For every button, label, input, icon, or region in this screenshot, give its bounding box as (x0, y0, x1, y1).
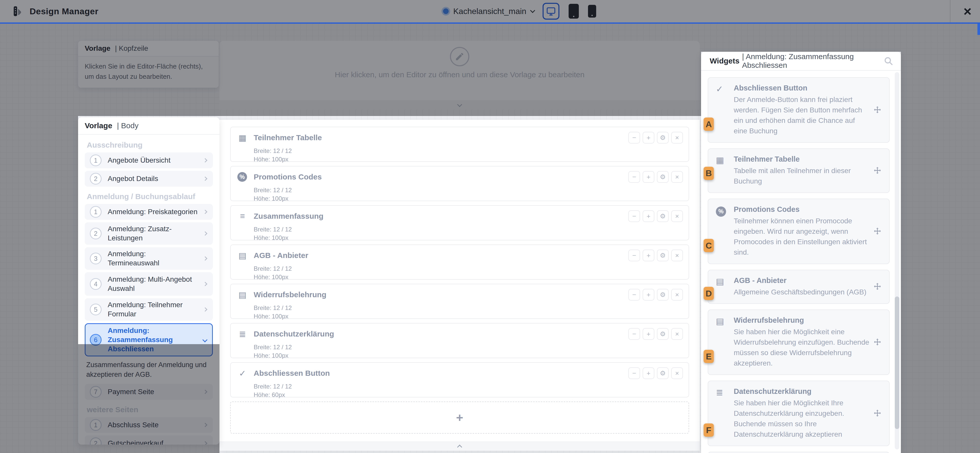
chevron-right-icon (203, 210, 207, 214)
grow-button[interactable]: + (643, 210, 654, 222)
grow-button[interactable]: + (643, 367, 654, 379)
layout-block-widerrufsbelehrung[interactable]: ▤ Widerrufsbelehrung − + ⚙ × Breite: 12 … (230, 284, 689, 319)
settings-gear-button[interactable]: ⚙ (657, 289, 669, 301)
step-label: Angebote Übersicht (108, 156, 197, 165)
sidebar-item-angebote-uebersicht[interactable]: 1 Angebote Übersicht (85, 152, 213, 168)
layout-block-abschliessen-button[interactable]: ✓ Abschliessen Button − + ⚙ × Breite: 12… (230, 362, 689, 398)
settings-gear-button[interactable]: ⚙ (657, 250, 669, 261)
settings-gear-button[interactable]: ⚙ (657, 367, 669, 379)
sidebar-item-payment-seite[interactable]: 7 Payment Seite (85, 384, 213, 400)
step-number: 4 (90, 278, 102, 290)
layout-block-datenschutzerklaerung[interactable]: ≣ Datenschutzerklärung − + ⚙ × Breite: 1… (230, 323, 689, 358)
drag-move-handle[interactable] (869, 387, 886, 439)
shrink-button[interactable]: − (628, 132, 640, 144)
widget-card-zusammenfassung[interactable]: G ≡ Zusammenfassung Zusammenfassung sämt… (708, 452, 890, 453)
sidebar-item-zusammenfassung-abschliessen-selected[interactable]: 6 Anmeldung: Zusammenfassung Abschliesse… (85, 323, 213, 356)
page-scrollbar-thumb[interactable] (977, 24, 980, 35)
remove-button[interactable]: × (671, 367, 683, 379)
layout-block-title: Datenschutzerklärung (254, 329, 622, 338)
chevron-right-icon (203, 423, 207, 427)
remove-button[interactable]: × (671, 132, 683, 144)
widgets-scrollbar-thumb[interactable] (895, 296, 899, 429)
grow-button[interactable]: + (643, 132, 654, 144)
chevron-right-icon (203, 231, 207, 236)
drag-move-handle[interactable] (869, 84, 886, 136)
step-label: Anmeldung: Multi-Angebot Auswahl (108, 275, 197, 293)
remove-button[interactable]: × (671, 210, 683, 222)
view-selector-dropdown[interactable]: Kachelansicht_main (443, 0, 535, 22)
shrink-button[interactable]: − (628, 289, 640, 301)
search-icon[interactable] (883, 56, 893, 66)
shrink-button[interactable]: − (628, 250, 640, 261)
server-icon: ≣ (716, 387, 734, 439)
topbar-divider (950, 0, 950, 22)
sidebar-item-multi-angebot[interactable]: 4 Anmeldung: Multi-Angebot Auswahl (85, 272, 213, 296)
device-tablet-button[interactable] (569, 4, 579, 19)
layout-block-title: Widerrufsbelehrung (254, 290, 622, 299)
settings-gear-button[interactable]: ⚙ (657, 171, 669, 183)
grow-button[interactable]: + (643, 250, 654, 261)
step-label: Anmeldung: Teilnehmer Formular (108, 300, 197, 318)
settings-gear-button[interactable]: ⚙ (657, 210, 669, 222)
remove-button[interactable]: × (671, 171, 683, 183)
remove-button[interactable]: × (671, 328, 683, 340)
widget-card-abschliessen-button[interactable]: A ✓ Abschliessen Button Der Anmelde-Butt… (708, 77, 890, 143)
widget-card-teilnehmer-tabelle[interactable]: B ▦ Teilnehmer Tabelle Tabelle mit allen… (708, 148, 890, 193)
sidebar-item-preiskategorien[interactable]: 1 Anmeldung: Preiskategorien (85, 204, 213, 220)
remove-button[interactable]: × (671, 289, 683, 301)
block-height: Höhe: 60px (254, 391, 683, 399)
sidebar-item-zusatz-leistungen[interactable]: 2 Anmeldung: Zusatz-Leistungen (85, 222, 213, 245)
layout-block-agb-anbieter[interactable]: ▤ AGB - Anbieter − + ⚙ × Breite: 12 / 12… (230, 244, 689, 280)
shrink-button[interactable]: − (628, 171, 640, 183)
block-width: Breite: 12 / 12 (254, 186, 683, 194)
shrink-button[interactable]: − (628, 328, 640, 340)
section-label-anmeldung: Anmeldung / Buchungsablauf (87, 192, 213, 201)
hint-badge-d: D (703, 287, 714, 300)
percent-badge-icon: % (237, 172, 247, 182)
header-editor-area[interactable]: Hier klicken, um den Editor zu öffnen un… (220, 41, 700, 109)
block-width: Breite: 12 / 12 (254, 147, 683, 155)
drag-move-handle[interactable] (869, 205, 886, 258)
device-desktop-button[interactable] (542, 3, 559, 20)
layout-block-promotions-codes[interactable]: % Promotions Codes − + ⚙ × Breite: 12 / … (230, 166, 689, 201)
layout-block-title: Teilnehmer Tabelle (254, 133, 622, 142)
widget-card-agb-anbieter[interactable]: D ▤ AGB - Anbieter Allgemeine Geschäftsb… (708, 270, 890, 304)
page-title: Design Manager (30, 6, 99, 16)
settings-gear-button[interactable]: ⚙ (657, 132, 669, 144)
chevron-right-icon (203, 158, 207, 163)
layout-block-teilnehmer-tabelle[interactable]: ▦ Teilnehmer Tabelle − + ⚙ × Breite: 12 … (230, 127, 689, 162)
block-height: Höhe: 100px (254, 194, 683, 203)
shrink-button[interactable]: − (628, 367, 640, 379)
sidebar-item-teilnehmer-formular[interactable]: 5 Anmeldung: Teilnehmer Formular (85, 298, 213, 321)
sidebar-item-angebot-details[interactable]: 2 Angebot Details (85, 171, 213, 187)
grow-button[interactable]: + (643, 289, 654, 301)
device-phone-button[interactable] (588, 5, 596, 17)
chevron-down-icon (530, 8, 535, 13)
block-width: Breite: 12 / 12 (254, 304, 683, 312)
step-number: 1 (90, 155, 102, 166)
widget-card-widerrufsbelehrung[interactable]: E ▤ Widerrufsbelehrung Sie haben hier di… (708, 309, 890, 375)
drag-move-handle[interactable] (869, 276, 886, 297)
step-label: Anmeldung: Preiskategorien (108, 207, 197, 217)
widgets-panel: Widgets | Anmeldung: Zusammenfassung Abs… (701, 52, 901, 453)
drag-move-handle[interactable] (869, 316, 886, 368)
drag-move-handle[interactable] (869, 155, 886, 186)
sidebar-item-gutscheinverkauf[interactable]: 2 Gutscheinverkauf (85, 436, 213, 445)
settings-gear-button[interactable]: ⚙ (657, 328, 669, 340)
collapse-body-strip[interactable] (220, 442, 700, 451)
layout-editor-column: ▦ Teilnehmer Tabelle − + ⚙ × Breite: 12 … (220, 120, 700, 451)
section-label-ausschreibung: Ausschreibung (87, 141, 213, 149)
close-button[interactable]: × (955, 0, 980, 22)
add-block-dropzone[interactable]: + (230, 401, 689, 434)
layout-block-zusammenfassung[interactable]: ≡ Zusammenfassung − + ⚙ × Breite: 12 / 1… (230, 205, 689, 241)
sidebar-item-termineauswahl[interactable]: 3 Anmeldung: Termineauswahl (85, 247, 213, 270)
step-label: Payment Seite (108, 387, 197, 396)
remove-button[interactable]: × (671, 250, 683, 261)
grow-button[interactable]: + (643, 328, 654, 340)
sidebar-item-abschluss-seite[interactable]: 1 Abschluss Seite (85, 417, 213, 433)
collapse-header-strip[interactable] (220, 100, 700, 109)
shrink-button[interactable]: − (628, 210, 640, 222)
widget-card-datenschutzerklaerung[interactable]: F ≣ Datenschutzerklärung Sie haben hier … (708, 380, 890, 446)
widget-card-promotions-codes[interactable]: C % Promotions Codes Teilnehmer können e… (708, 199, 890, 264)
grow-button[interactable]: + (643, 171, 654, 183)
